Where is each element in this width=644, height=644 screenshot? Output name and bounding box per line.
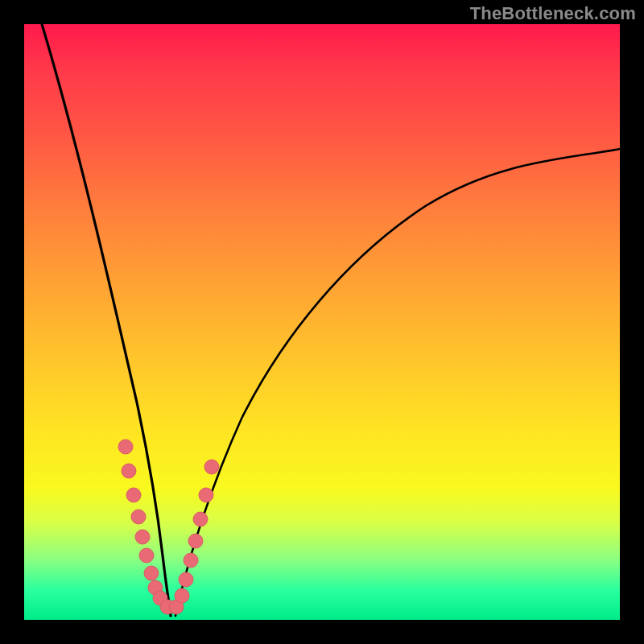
marker-dot [118, 440, 133, 454]
watermark-text: TheBottleneck.com [470, 3, 636, 24]
marker-dot [131, 510, 146, 524]
marker-dot [135, 530, 150, 544]
marker-dot [184, 553, 198, 568]
marker-dot [175, 588, 189, 603]
outer-frame: TheBottleneck.com [0, 0, 644, 644]
marker-dot [179, 572, 193, 587]
marker-dot [122, 464, 136, 478]
marker-dot [204, 460, 219, 474]
marker-dot [126, 488, 141, 502]
marker-dot [139, 548, 154, 563]
curve-right-branch [175, 149, 620, 616]
chart-svg [24, 24, 620, 620]
curve-left-branch [42, 24, 171, 616]
marker-dot [199, 488, 213, 502]
marker-dot [193, 512, 208, 526]
marker-cluster [118, 440, 219, 614]
marker-dot [188, 534, 203, 548]
marker-dot [144, 566, 159, 580]
